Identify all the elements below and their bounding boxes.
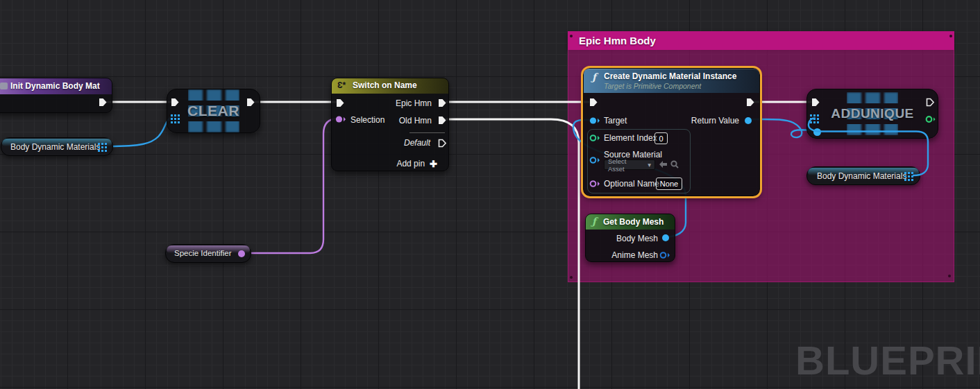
event-icon (0, 83, 8, 89)
comment-title: Epic Hmn Body (579, 35, 656, 46)
use-selected-asset-arrow-icon[interactable] (659, 160, 668, 168)
epic-hmn-exec-output-pin[interactable] (438, 98, 447, 107)
name-wire-specie-to-selection (241, 119, 338, 253)
new-item-input-pin[interactable] (813, 128, 822, 137)
comment-resize-handle[interactable] (570, 35, 573, 37)
selection-input-pin[interactable] (335, 115, 346, 123)
optional-name-label: Optional Name (604, 179, 659, 189)
optional-name-input-pin[interactable] (589, 180, 600, 188)
element-index-label: Element Index (604, 133, 657, 143)
index-output-pin[interactable] (925, 115, 936, 123)
body-mesh-label: Body Mesh (616, 234, 658, 243)
node-title: Switch on Name (353, 80, 417, 90)
exec-input-pin[interactable] (589, 98, 598, 107)
selection-label: Selection (350, 115, 385, 125)
node-title: Get Body Mesh (603, 217, 664, 227)
old-hmn-exec-output-pin[interactable] (438, 116, 447, 125)
target-label: Target (604, 116, 627, 126)
add-pin-plus-icon: ✚ (430, 159, 437, 168)
element-index-input-pin[interactable] (589, 134, 600, 142)
function-icon: ƒ (592, 72, 596, 82)
add-pin-label: Add pin (396, 159, 425, 168)
old-hmn-label: Old Hmn (399, 116, 432, 126)
exec-output-pin[interactable] (246, 98, 255, 107)
variable-node-body-dynamic-materials[interactable]: Body Dynamic Materials (1, 137, 113, 156)
return-value-label: Return Value (691, 116, 739, 126)
exec-input-pin[interactable] (336, 98, 345, 107)
node-title: CLEAR (187, 103, 239, 119)
element-index-value-field[interactable]: 0 (654, 132, 668, 144)
anime-mesh-output-pin[interactable] (659, 251, 670, 259)
comment-header[interactable]: Epic Hmn Body (568, 31, 954, 50)
blueprint-graph-canvas[interactable]: BLUEPRINT Epic Hmn Body Init Dynamic Bod… (0, 0, 980, 389)
array-output-pin[interactable] (904, 172, 913, 181)
target-input-pin[interactable] (589, 116, 600, 125)
switch-icon: Ɛ* (337, 80, 346, 90)
node-subtitle: Target is Primitive Component (604, 82, 701, 90)
source-material-input-pin[interactable] (589, 156, 600, 164)
exec-wire-old-hmn (445, 119, 579, 389)
epic-hmn-label: Epic Hmn (396, 98, 432, 108)
node-header[interactable]: ƒ Create Dynamic Material Instance Targe… (584, 69, 759, 93)
node-header[interactable]: ƒ Get Body Mesh (586, 214, 675, 230)
blueprint-watermark: BLUEPRINT (795, 337, 980, 383)
node-get-body-mesh[interactable]: ƒ Get Body Mesh Body Mesh Anime Mesh (585, 214, 675, 262)
node-array-clear[interactable]: CLEAR (167, 89, 260, 133)
node-header[interactable]: Init Dynamic Body Mat (0, 78, 112, 94)
node-header[interactable]: Ɛ* Switch on Name (332, 78, 448, 94)
return-value-output-pin[interactable] (744, 116, 752, 125)
node-title: Create Dynamic Material Instance (604, 71, 736, 81)
node-title: Init Dynamic Body Mat (10, 81, 100, 91)
comment-resize-handle[interactable] (948, 275, 951, 277)
select-asset-dropdown[interactable]: Select Asset ▾ (604, 159, 655, 170)
exec-output-pin[interactable] (99, 98, 108, 107)
exec-output-pin[interactable] (926, 98, 935, 107)
variable-label: Body Dynamic Materials (817, 171, 906, 181)
exec-input-pin[interactable] (171, 98, 180, 107)
pin-separator (409, 132, 445, 133)
select-asset-caret-icon: ▾ (648, 161, 651, 168)
optional-name-value-field[interactable]: None (656, 178, 682, 190)
node-create-dynamic-material-instance[interactable]: ƒ Create Dynamic Material Instance Targe… (583, 68, 760, 196)
select-asset-label: Select Asset (608, 157, 644, 173)
target-array-input-pin[interactable] (171, 114, 180, 123)
comment-resize-handle[interactable] (949, 35, 952, 37)
variable-label: Body Dynamic Materials (10, 142, 100, 152)
variable-node-specie-identifier[interactable]: Specie Identifier (165, 244, 251, 263)
node-init-dynamic-body-mat[interactable]: Init Dynamic Body Mat (0, 78, 112, 113)
array-wire-bodydyn-to-clear (108, 117, 174, 146)
node-title: ADDUNIQUE (831, 106, 914, 121)
array-output-pin[interactable] (98, 143, 107, 152)
variable-node-body-dynamic-materials[interactable]: Body Dynamic Materials (806, 166, 920, 185)
target-array-input-pin[interactable] (810, 114, 819, 123)
exec-input-pin[interactable] (811, 98, 820, 107)
default-label: Default (404, 138, 430, 148)
exec-output-pin[interactable] (746, 98, 755, 107)
add-pin-button[interactable]: Add pin ✚ (396, 159, 437, 168)
node-switch-on-name[interactable]: Ɛ* Switch on Name Selection Epic Hmn Old… (331, 78, 449, 171)
default-exec-output-pin[interactable] (438, 139, 447, 148)
anime-mesh-label: Anime Mesh (611, 250, 658, 260)
node-array-addunique[interactable]: ADDUNIQUE (806, 89, 938, 139)
body-mesh-output-pin[interactable] (661, 234, 670, 242)
comment-resize-handle[interactable] (570, 276, 573, 279)
function-icon: ƒ (592, 216, 596, 226)
variable-label: Specie Identifier (174, 249, 231, 257)
name-output-pin[interactable] (237, 250, 246, 258)
browse-asset-magnifier-icon[interactable] (670, 159, 679, 169)
